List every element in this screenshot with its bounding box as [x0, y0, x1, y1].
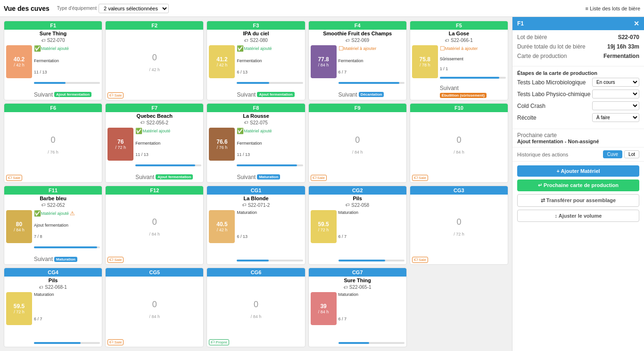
volume-value: 77.8 — [318, 56, 329, 63]
cuve-header: CG6 — [207, 268, 305, 277]
cuve-header: F1 — [4, 21, 102, 30]
cuve-card[interactable]: F1Sure Thing🏷S22-070 40.2 / 42 h ✅ Matér… — [4, 21, 102, 100]
page-title: Vue des cuves — [4, 5, 50, 12]
cuve-card[interactable]: F10 0 / 84 h 🏷 Sale — [410, 103, 508, 183]
step-row: Tests Labo Microbiologique En cours — [517, 78, 639, 87]
volume-value: 59.5 — [14, 303, 25, 310]
volume-sub: / 42 h — [217, 228, 228, 232]
suivant-badge: Ébullition (sûrissement) — [440, 93, 487, 98]
cuve-header: F3 — [207, 21, 305, 30]
cuve-card[interactable]: CG6 0 / 84 h 🏷 Propre — [206, 268, 305, 347]
close-icon[interactable]: ✕ — [634, 20, 639, 27]
cuve-visual: 77.8 / 84 h — [311, 45, 337, 78]
prochaine-value: Ajout fermentation - Non-assigné — [517, 139, 599, 144]
suivant-row: Suivant Ébullition (sûrissement) — [440, 85, 506, 98]
progress-bar — [237, 82, 269, 84]
list-link[interactable]: ≡ Liste des lots de bière — [586, 6, 640, 11]
empty-time: / 72 h — [454, 232, 464, 237]
cuve-card[interactable]: CG1La Blonde🏷S22-071-2 40.5 / 42 h Matur… — [206, 186, 305, 265]
cuve-card[interactable]: F4Smoothie Fruit des Champs🏷S22-069 77.8… — [308, 21, 407, 100]
suivant-row: Suivant Ajout fermentation — [237, 91, 303, 98]
cuve-card[interactable]: F9 0 / 84 h 🏷 Sale — [308, 103, 407, 183]
cuves-grid: F1Sure Thing🏷S22-070 40.2 / 42 h ✅ Matér… — [0, 17, 512, 351]
cuve-card[interactable]: F8La Rousse🏷S22-075 76.6 / 76 h ✅ Matéri… — [206, 103, 305, 183]
cuve-lot: 🏷S22-080 — [207, 37, 305, 43]
cuve-info: ☐ Matériel à ajouter Sûrissement 1 / 1 S… — [440, 45, 506, 98]
cuve-name: Sure Thing — [4, 30, 102, 37]
panel-title: F1 — [517, 20, 524, 27]
cuve-visual: 40.5 / 42 h — [209, 210, 235, 243]
progress-bar-container — [237, 164, 303, 166]
step-label: Sûrissement — [440, 57, 506, 61]
empty-value: 0 — [148, 295, 162, 314]
cuve-card[interactable]: CG3 0 / 72 h 🏷 Sale — [410, 186, 508, 265]
cuve-body: 59.5 / 72 h Maturation 6 / 7 — [309, 208, 406, 265]
materiel-icon: ✅ — [135, 128, 142, 134]
historique-lot-btn[interactable]: Lot — [624, 150, 639, 158]
materiel-badge: ☐ Matériel à ajouter — [440, 45, 506, 52]
cuve-card[interactable]: F6 0 / 76 h 🏷 Sale — [4, 103, 102, 183]
suivant-badge: Ajout fermentation — [54, 92, 91, 97]
empty-value: 0 — [46, 131, 60, 150]
cuve-footer: 🏷 Sale — [410, 173, 508, 182]
step-label: Maturation — [339, 292, 405, 297]
progress-bar — [237, 260, 269, 261]
volume-sub: / 72 h — [14, 310, 25, 314]
cuve-visual: 80 / 84 h — [6, 210, 32, 243]
cuve-lot: 🏷S22-070 — [4, 37, 102, 43]
cuve-name: IPA du ciel — [207, 30, 305, 37]
cuve-info: ✅ Matériel ajouté Fermentation 11 / 13 S… — [135, 128, 201, 180]
count-label: 6 / 7 — [34, 317, 100, 321]
empty-body: 0 / 76 h — [4, 112, 102, 173]
historique-cuve-btn[interactable]: Cuve — [603, 150, 622, 158]
volume-sub: / 84 h — [14, 228, 25, 232]
volume-sub: / 76 h — [217, 145, 228, 150]
type-filter[interactable]: 2 valeurs sélectionnées — [99, 4, 169, 13]
sale-badge: 🏷 Sale — [412, 257, 428, 263]
progress-bar — [237, 164, 297, 166]
progress-bar — [339, 260, 385, 261]
cuve-card[interactable]: CG7Sure Thing🏷S22-065-1 39 / 84 h Matura… — [308, 268, 407, 347]
tag-icon: 🏷 — [242, 203, 247, 207]
suivant-row: Suivant Maturation — [34, 256, 100, 262]
count-label: 1 / 1 — [440, 66, 506, 71]
cuve-card[interactable]: CG4Pils🏷S22-068-1 59.5 / 72 h Maturation… — [4, 268, 102, 347]
ajouter-materiel-button[interactable]: + Ajouter Matériel — [517, 165, 639, 177]
ajuster-volume-button[interactable]: ↕ Ajuster le volume — [517, 210, 639, 222]
cuve-visual: 76 / 72 h — [107, 128, 133, 161]
cuve-info: ✅ Matériel ajouté Fermentation 11 / 13 S… — [34, 45, 100, 98]
suivant-row: Suivant Décantation — [339, 91, 405, 98]
cuve-lot: 🏷S22-068-1 — [4, 284, 102, 290]
cuve-card[interactable]: F5La Gose🏷S22-066-1 75.8 / 78 h ☐ Matéri… — [410, 21, 508, 100]
cuve-card[interactable]: F3IPA du ciel🏷S22-080 41.2 / 42 h ✅ Maté… — [206, 21, 305, 100]
progress-bar-container — [34, 342, 100, 344]
cuve-card[interactable]: CG5 0 / 84 h 🏷 Sale — [105, 268, 204, 347]
cuve-card[interactable]: F2 0 / 42 h 🏷 Sale — [105, 21, 204, 100]
panel-header: F1 ✕ — [512, 17, 644, 30]
transferer-button[interactable]: ⇄ Transférer pour assemblage — [517, 194, 639, 207]
cuve-card[interactable]: F11Barbe bleu🏷S22-052 80 / 84 h ✅ Matéri… — [4, 186, 102, 265]
cuve-header: F10 — [410, 104, 508, 112]
cuve-footer: 🏷 Sale — [106, 90, 203, 100]
sale-badge: 🏷 Sale — [311, 175, 327, 181]
prochaine-carte-button[interactable]: ↵ Prochaine carte de production — [517, 180, 639, 191]
cuve-visual: 40.2 / 42 h — [6, 45, 32, 78]
step-label: Maturation — [339, 210, 405, 215]
cuve-visual: 39 / 84 h — [311, 292, 337, 325]
tag-icon: 🏷 — [344, 285, 348, 290]
action-buttons: + Ajouter Matériel ↵ Prochaine carte de … — [512, 162, 644, 226]
lot-row: Lot de bière S22-070 — [517, 34, 639, 41]
materiel-badge: ☐ Matériel à ajouter — [339, 45, 405, 52]
progress-bar — [440, 77, 500, 79]
cuve-card[interactable]: F7Quebec Beach🏷S22-056-2 76 / 72 h ✅ Mat… — [105, 103, 204, 183]
step-label: Ajout fermentation — [34, 223, 100, 228]
panel-lot-section: Lot de bière S22-070 Durée totale du lot… — [512, 30, 644, 66]
sale-badge: 🏷 Sale — [107, 257, 124, 263]
cuve-card[interactable]: CG2Pils🏷S22-058 59.5 / 72 h Maturation 6… — [308, 186, 407, 265]
cuve-card[interactable]: F12 0 / 84 h 🏷 Sale — [105, 186, 204, 265]
materiel-icon: ✅ — [34, 45, 41, 52]
materiel-badge: ✅ Matériel ajouté — [237, 128, 303, 134]
progress-bar-container — [34, 246, 100, 248]
carte-label: Carte de production — [517, 53, 567, 59]
cuve-header: CG7 — [309, 268, 406, 277]
